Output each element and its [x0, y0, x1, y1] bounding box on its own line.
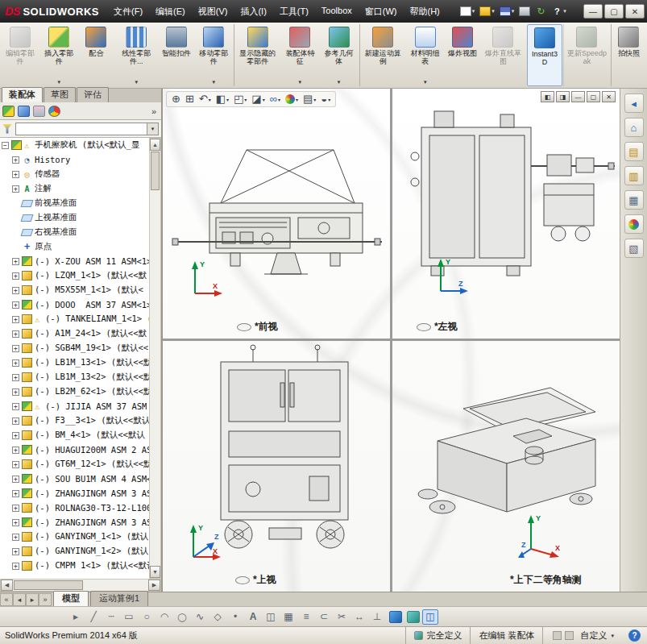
tree-item[interactable]: ⚠ (-) F3__3<1> (默认<<默认	[0, 413, 151, 428]
toolbar-button[interactable]: 插入零部件 ▾	[39, 24, 78, 86]
task-pane-tab[interactable]	[624, 190, 644, 210]
sketch-tool-button[interactable]	[316, 609, 332, 625]
tab-nav-arrow-icon[interactable]: ▸	[26, 593, 39, 606]
dropdown-arrow-icon[interactable]: ▾	[328, 97, 330, 102]
expand-icon[interactable]	[12, 388, 19, 396]
panel-tab[interactable]: 草图	[44, 87, 76, 102]
toolbar-button[interactable]: 装配体特征 ▾	[280, 24, 319, 86]
view-tool-button[interactable]: ▾	[268, 93, 283, 106]
filter-input[interactable]: ▾	[15, 123, 159, 135]
quick-access-button[interactable]: ▾	[477, 5, 497, 18]
sketch-tool-button[interactable]	[334, 609, 350, 625]
dropdown-arrow-icon[interactable]: ▾	[212, 79, 215, 85]
menu-item[interactable]: Toolbox	[315, 2, 359, 21]
scroll-up-icon[interactable]: ▲	[150, 139, 160, 151]
expand-icon[interactable]	[12, 432, 19, 439]
tree-horizontal-scrollbar[interactable]: ◀ ▶	[0, 579, 161, 592]
tree-item[interactable]: ⚠ 右视基准面	[0, 225, 151, 239]
expand-icon[interactable]	[12, 272, 19, 280]
sketch-tool-button[interactable]	[227, 609, 243, 625]
window-control-button[interactable]: ▢	[604, 4, 624, 19]
tree-item[interactable]: ⚠ (-) GANYINGM_1<2> (默认	[0, 544, 151, 559]
toolbar-button[interactable]: 显示隐藏的零部件 ▾	[234, 24, 280, 86]
chevron-right-icon[interactable]: »	[149, 106, 159, 116]
view-tool-button[interactable]: ▾	[283, 93, 301, 105]
tree-item[interactable]: ⚠ (-) DOOO__ASM_37_ASM<1>	[0, 297, 151, 312]
expand-icon[interactable]	[12, 490, 19, 497]
view-tool-button[interactable]: ▾	[301, 93, 318, 106]
tree-item[interactable]: ⚠ (-) ROLNAG30-T3-12-L100	[0, 501, 151, 515]
tree-item[interactable]: ⚠ History	[0, 152, 151, 167]
toolbar-button[interactable]: 爆炸视图 ▾	[445, 24, 480, 86]
viewport-left[interactable]: Y Z *左视	[392, 89, 620, 339]
tree-item[interactable]: ⚠ (-) A1M_24<1> (默认<<默	[0, 326, 151, 341]
tree-item[interactable]: ⚠ (-) GT6M_12<1> (默认<<默	[0, 457, 151, 472]
menu-item[interactable]: 窗口(W)	[359, 2, 404, 21]
dropdown-arrow-icon[interactable]: ▾	[244, 97, 247, 102]
dropdown-arrow-icon[interactable]: ▾	[58, 79, 61, 85]
quick-access-button[interactable]: ▾	[533, 5, 549, 18]
scroll-down-icon[interactable]: ▼	[150, 566, 160, 578]
toolbar-button[interactable]: 更新Speedpak ▾	[563, 24, 610, 86]
task-pane-tab[interactable]	[624, 214, 644, 234]
viewport-top[interactable]: Y X Z *上视	[163, 341, 390, 592]
sketch-tool-button[interactable]	[369, 609, 385, 625]
tree-item[interactable]: ⚠ (-) CMPM 1<1> (默认<<默认	[0, 559, 151, 573]
status-help-button[interactable]: ?	[628, 629, 641, 642]
toolbar-button[interactable]: 移动零部件 ▾	[194, 24, 233, 86]
tree-item[interactable]: ⚠ (-) JIJIA_ASM_37_ASM	[0, 399, 151, 413]
tree-item[interactable]: ⚠ (-) SGB4M_19<1> (默认<<	[0, 341, 151, 355]
dropdown-arrow-icon[interactable]: ▾	[296, 97, 298, 102]
dropdown-arrow-icon[interactable]: ▾	[278, 97, 280, 102]
task-pane-tab[interactable]	[624, 142, 644, 161]
viewport-splitter-horizontal[interactable]	[163, 339, 620, 341]
sketch-tool-button[interactable]	[351, 609, 367, 625]
tree-item[interactable]: ⚠ (-) X-ZOU_ASM_11_ASM<1>	[0, 254, 151, 268]
dropdown-arrow-icon[interactable]: ▾	[424, 79, 427, 85]
toolbar-button[interactable]: 参考几何体 ▾	[319, 24, 358, 86]
expand-icon[interactable]	[12, 418, 19, 425]
expand-icon[interactable]	[12, 534, 19, 541]
tree-item[interactable]: ⚠ (-) ZHANGJINGM_ASM_3_AS	[0, 515, 151, 530]
quick-access-button[interactable]: ▾	[497, 5, 517, 18]
panel-header-icon[interactable]	[2, 106, 15, 117]
task-pane-tab[interactable]	[624, 93, 644, 113]
dropdown-arrow-icon[interactable]: ▾	[611, 633, 614, 639]
expand-icon[interactable]	[12, 461, 19, 468]
expand-icon[interactable]	[12, 287, 19, 294]
toolbar-button[interactable]: 爆炸直线草图 ▾	[480, 24, 526, 86]
sketch-tool-button[interactable]	[139, 609, 155, 625]
expand-icon[interactable]	[12, 330, 19, 338]
tree-item[interactable]: ⚠ (-) HUAGUI200M_ASM_2_AS	[0, 442, 151, 457]
toolbar-button[interactable]: 配合 ▾	[78, 24, 114, 86]
tree-vertical-scrollbar[interactable]: ▲ ▼	[149, 138, 161, 579]
document-window-button[interactable]: ◨	[556, 91, 570, 102]
view-tool-button[interactable]: ▾	[318, 93, 333, 106]
task-pane-tab[interactable]	[624, 118, 644, 137]
task-pane-tab[interactable]	[624, 166, 644, 185]
menu-item[interactable]: 插入(I)	[234, 2, 272, 21]
expand-icon[interactable]	[12, 476, 19, 483]
sketch-tool-button[interactable]	[298, 609, 314, 625]
expand-icon[interactable]	[12, 403, 19, 410]
sketch-tool-button[interactable]	[121, 609, 137, 625]
panel-header-icon[interactable]	[33, 106, 45, 117]
tree-item[interactable]: ⚠ (-) LB1M_13<1> (默认<<默	[0, 355, 151, 370]
expand-icon[interactable]	[12, 156, 19, 164]
document-tab[interactable]: 运动算例1	[90, 591, 148, 606]
sketch-tool-button[interactable]	[263, 609, 279, 625]
toolbar-button[interactable]: 线性零部件... ▾	[114, 24, 159, 86]
tree-item[interactable]: ⚠ 手机擦胶机 (默认<默认_显	[0, 138, 151, 152]
sketch-tool-button[interactable]	[68, 609, 84, 625]
document-window-button[interactable]: —	[571, 91, 585, 102]
document-window-button[interactable]: ◧	[541, 91, 554, 102]
dropdown-arrow-icon[interactable]: ▾	[209, 97, 211, 102]
toolbar-button[interactable]: 拍快照 ▾	[611, 24, 646, 86]
toolbar-button[interactable]: 编辑零部件 ▾	[1, 24, 39, 86]
expand-icon[interactable]	[12, 505, 19, 512]
view-tool-button[interactable]: ▾	[169, 93, 183, 106]
quick-access-button[interactable]: ▾	[516, 5, 533, 18]
tree-item[interactable]: ⚠ (-) ZHANGJINGM_ASM_3_AS	[0, 486, 151, 501]
dropdown-arrow-icon[interactable]: ▾	[299, 79, 302, 85]
toolbar-button[interactable]: 智能扣件 ▾	[159, 24, 194, 86]
